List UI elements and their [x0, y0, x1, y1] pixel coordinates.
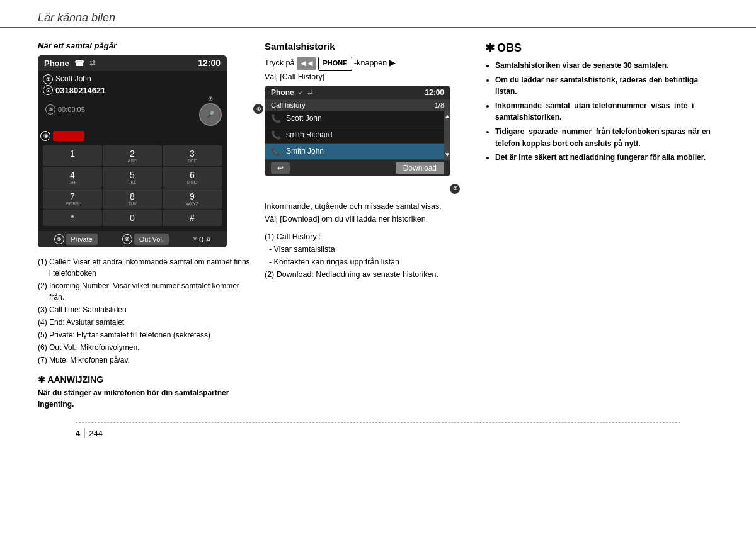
mid-desc-2: (1) Call History : - Visar samtalslista …	[265, 230, 472, 281]
annot-ch-2: ②	[450, 184, 460, 194]
phone-bottom-bar: ⑤ Private ⑥ Out Vol. *0#	[38, 231, 227, 247]
footer-page: 244	[89, 429, 103, 438]
page-title: Lär känna bilen	[38, 11, 115, 24]
outvol-btn-area: ⑥ Out Vol.	[122, 234, 169, 245]
key-1[interactable]: 1	[43, 145, 102, 166]
footer-num: 4	[76, 429, 80, 438]
obs-list: Samtalshistoriken visar de senaste 30 sa…	[485, 60, 718, 164]
left-subtitle: När ett samtal pågår	[38, 41, 252, 50]
ch-bottom: ↩ Download	[265, 160, 450, 176]
annot-2: ②	[43, 85, 53, 95]
end-button[interactable]	[53, 131, 84, 141]
ch-phone-title: Phone	[271, 88, 294, 97]
ch-phone-icon-2: 📞	[271, 130, 281, 140]
phone-time-1: 12:00	[198, 58, 220, 68]
call-history-screen-container: ① Phone ↙ ⇄ 12:00 Call history 1/8	[265, 86, 472, 194]
key-hash[interactable]: #	[163, 210, 222, 226]
ch-item-name-1: Scott John	[286, 114, 322, 123]
page-header: Lär känna bilen	[0, 0, 756, 28]
outvol-button[interactable]: Out Vol.	[134, 234, 169, 245]
desc-item-4: (4) End: Avslutar samtalet	[38, 317, 252, 328]
ch-item-name-3: Smith John	[286, 147, 324, 155]
col-left: När ett samtal pågår Phone ☎ ⇄ 12:00 ① S…	[38, 41, 265, 410]
phone-screen-1: Phone ☎ ⇄ 12:00 ① Scott John ② 031802146…	[38, 55, 227, 247]
ch-scrollbar[interactable]: ▲ ▼	[444, 111, 450, 160]
ch-header-icon1: ↙	[298, 88, 304, 96]
ch-page-indicator: 1/8	[435, 101, 444, 109]
caller-name: Scott John	[55, 74, 91, 83]
private-button[interactable]: Private	[66, 234, 98, 245]
mid-desc-6: (2) Download: Nedladdning av senaste his…	[265, 270, 438, 279]
tryck-suffix: -knappen ▶	[354, 59, 396, 67]
ch-phone-icon-3: 📞	[271, 147, 281, 156]
phone-header-1: Phone ☎ ⇄ 12:00	[38, 55, 227, 71]
call-time: 00:00:05	[58, 106, 85, 113]
key-7[interactable]: 7PORS	[43, 188, 102, 209]
keypad-area: ④ 1 2ABC 3DEF 4GHI 5JKL 6MNO 7PORS 8TUV …	[38, 131, 227, 231]
obs-item-3: Inkommande samtal utan telefonnummer vis…	[495, 100, 718, 123]
page-footer: 4 244	[76, 422, 680, 438]
ch-item-name-2: smith Richard	[286, 130, 332, 139]
annot-5: ⑤	[54, 234, 64, 244]
tryck-para: Tryck på ◀ ◀ PHONE -knappen ▶ Välj [Call…	[265, 57, 472, 83]
mid-desc-1: Inkommande, utgående och missade samtal …	[265, 200, 472, 225]
mid-desc-4: - Visar samtalslista	[265, 245, 335, 254]
phone-swap-icon: ⇄	[89, 59, 95, 67]
tryck-btn2[interactable]: PHONE	[318, 57, 352, 71]
key-9[interactable]: 9WXYZ	[163, 188, 222, 209]
obs-label: OBS	[497, 42, 522, 55]
ch-body: 📞 Scott John 📞 smith Richard 📞 Smith Joh…	[265, 111, 450, 160]
obs-item-2: Om du laddar ner samtalshistorik, radera…	[495, 74, 718, 98]
phone-calltime-row: ③ 00:00:05	[43, 104, 88, 117]
obs-item-1: Samtalshistoriken visar de senaste 30 sa…	[495, 60, 718, 72]
obs-item-5: Det är inte säkert att nedladdning funge…	[495, 152, 718, 164]
phone-caller-row: ① Scott John	[40, 73, 224, 84]
key-6[interactable]: 6MNO	[163, 167, 222, 188]
phone-number-row: ② 03180214621	[40, 85, 224, 95]
end-btn-row: ④	[40, 131, 224, 141]
ch-annot-1: ①	[253, 103, 263, 115]
ch-header: Phone ↙ ⇄ 12:00	[265, 86, 450, 99]
footer-separator	[84, 428, 85, 438]
ch-history-label: Call history	[271, 101, 305, 109]
ch-download-button[interactable]: Download	[396, 162, 444, 174]
key-5[interactable]: 5JKL	[103, 167, 162, 188]
main-content: När ett samtal pågår Phone ☎ ⇄ 12:00 ① S…	[0, 28, 756, 422]
keypad-with-annot: ④ 1 2ABC 3DEF 4GHI 5JKL 6MNO 7PORS 8TUV …	[40, 131, 224, 229]
annot-ch-1: ①	[253, 104, 263, 114]
key-8[interactable]: 8TUV	[103, 188, 162, 209]
annot-4: ④	[40, 131, 50, 141]
key-3[interactable]: 3DEF	[163, 145, 222, 166]
mute-area: ⑦ 🎤	[199, 96, 222, 126]
desc-item-2: (2) Incoming Number: Visar vilket nummer…	[38, 280, 252, 303]
scroll-up-arrow: ▲	[444, 113, 450, 120]
key-2[interactable]: 2ABC	[103, 145, 162, 166]
obs-item-4: Tidigare sparade nummer från telefonboke…	[495, 126, 718, 149]
tryck-btn1[interactable]: ◀ ◀	[297, 57, 316, 70]
desc-item-3: (3) Call time: Samtalstiden	[38, 304, 252, 315]
ch-back-button[interactable]: ↩	[271, 162, 290, 174]
annot-3: ③	[45, 104, 55, 115]
tryck-prefix: Tryck på	[265, 59, 297, 67]
call-history-screen: Phone ↙ ⇄ 12:00 Call history 1/8 📞	[265, 86, 450, 176]
key-4[interactable]: 4GHI	[43, 167, 102, 188]
key-star[interactable]: *	[43, 210, 102, 226]
desc-item-7: (7) Mute: Mikrofonen på/av.	[38, 354, 252, 366]
keypad: 1 2ABC 3DEF 4GHI 5JKL 6MNO 7PORS 8TUV 9W…	[40, 143, 224, 229]
annot-7-label: ⑦	[208, 96, 213, 102]
mid-desc-3: (1) Call History :	[265, 232, 321, 241]
ch-item-3[interactable]: 📞 Smith John	[265, 144, 444, 160]
desc-item-5: (5) Private: Flyttar samtalet till telef…	[38, 329, 252, 341]
mute-button[interactable]: 🎤	[199, 103, 222, 126]
description-list: (1) Caller: Visar ett andra inkommande s…	[38, 256, 252, 366]
key-0[interactable]: 0	[103, 210, 162, 226]
phone-title-1: Phone ☎ ⇄	[44, 59, 95, 68]
desc-item-1: (1) Caller: Visar ett andra inkommande s…	[38, 256, 252, 279]
ch-header-icon2: ⇄	[307, 88, 313, 96]
aanwijzing-body: När du stänger av mikrofonen hör din sam…	[38, 387, 252, 410]
ch-item-2[interactable]: 📞 smith Richard	[265, 127, 444, 144]
ch-header-left: Phone ↙ ⇄	[271, 88, 313, 97]
mute-icon: 🎤	[200, 104, 220, 125]
col-mid: Samtalshistorik Tryck på ◀ ◀ PHONE -knap…	[265, 41, 485, 410]
ch-item-1[interactable]: 📞 Scott John	[265, 111, 444, 127]
